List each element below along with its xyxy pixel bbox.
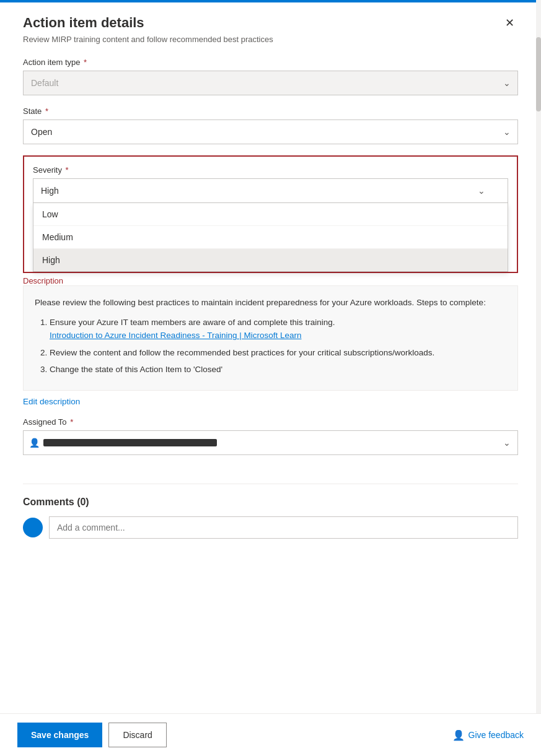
description-link[interactable]: Introduction to Azure Incident Readiness… [50, 331, 301, 340]
comments-section: Comments (0) [23, 497, 518, 539]
description-label-area: Description [23, 273, 518, 285]
action-item-type-label: Action item type * [23, 58, 518, 67]
feedback-person-icon: 👤 [452, 729, 465, 741]
panel-header: Action item details ✕ [23, 15, 518, 31]
state-select-wrapper: Open ⌄ [23, 119, 518, 144]
required-star: * [82, 58, 87, 67]
description-label: Description [23, 276, 63, 285]
state-select[interactable]: Open [23, 119, 518, 144]
feedback-label: Give feedback [468, 730, 524, 740]
severity-option-high[interactable]: High [33, 249, 508, 271]
severity-option-medium[interactable]: Medium [33, 226, 508, 249]
description-steps: Ensure your Azure IT team members are aw… [50, 316, 506, 376]
panel-subtitle: Review MIRP training content and follow … [23, 35, 518, 44]
edit-description-link[interactable]: Edit description [23, 397, 80, 406]
state-required-star: * [43, 106, 48, 116]
severity-chevron-icon: ⌄ [478, 186, 485, 196]
severity-dropdown-container: High ⌄ Low Medium High [33, 178, 508, 272]
discard-button[interactable]: Discard [108, 723, 166, 747]
comment-input-row [23, 516, 518, 539]
assigned-to-redacted-value [43, 439, 217, 446]
description-step-1: Ensure your Azure IT team members are aw… [50, 316, 506, 342]
separator [23, 484, 518, 484]
assigned-to-chevron-icon: ⌄ [503, 438, 511, 448]
action-item-type-select[interactable]: Default [23, 71, 518, 95]
comment-avatar [23, 518, 43, 537]
page-title: Action item details [23, 15, 144, 31]
state-field: State * Open ⌄ [23, 106, 518, 144]
close-icon: ✕ [505, 16, 514, 30]
description-step-2: Review the content and follow the recomm… [50, 346, 506, 360]
assigned-to-select[interactable]: ⌄ [23, 430, 518, 455]
scrollbar[interactable] [536, 0, 541, 756]
comments-title: Comments (0) [23, 497, 518, 508]
description-step-3: Change the state of this Action Item to … [50, 363, 506, 376]
comment-input[interactable] [49, 516, 518, 539]
assigned-to-label: Assigned To * [23, 417, 518, 427]
close-button[interactable]: ✕ [501, 15, 518, 31]
severity-option-low[interactable]: Low [33, 203, 508, 226]
description-box: Please review the following best practic… [23, 285, 518, 391]
save-changes-button[interactable]: Save changes [17, 723, 102, 747]
description-intro: Please review the following best practic… [35, 296, 506, 310]
assigned-to-required-star: * [68, 417, 74, 427]
severity-section: Severity * High ⌄ Low Medium High [23, 155, 518, 273]
spacer [23, 466, 518, 479]
action-item-panel: Action item details ✕ Review MIRP traini… [6, 2, 535, 588]
severity-select[interactable]: High ⌄ [33, 178, 508, 203]
action-item-type-select-wrapper: Default ⌄ [23, 71, 518, 95]
severity-dropdown-list: Low Medium High [33, 203, 508, 272]
assigned-to-wrapper: 👤 ⌄ [23, 430, 518, 455]
assigned-to-field: Assigned To * 👤 ⌄ [23, 417, 518, 455]
give-feedback-button[interactable]: 👤 Give feedback [452, 729, 524, 741]
footer: Save changes Discard 👤 Give feedback [0, 713, 541, 756]
severity-label: Severity * [33, 165, 508, 175]
severity-required-star: * [63, 165, 69, 175]
scrollbar-thumb[interactable] [536, 37, 541, 111]
state-label: State * [23, 106, 518, 116]
person-icon: 👤 [29, 438, 40, 448]
action-item-type-field: Action item type * Default ⌄ [23, 58, 518, 95]
footer-actions: Save changes Discard [17, 723, 167, 747]
